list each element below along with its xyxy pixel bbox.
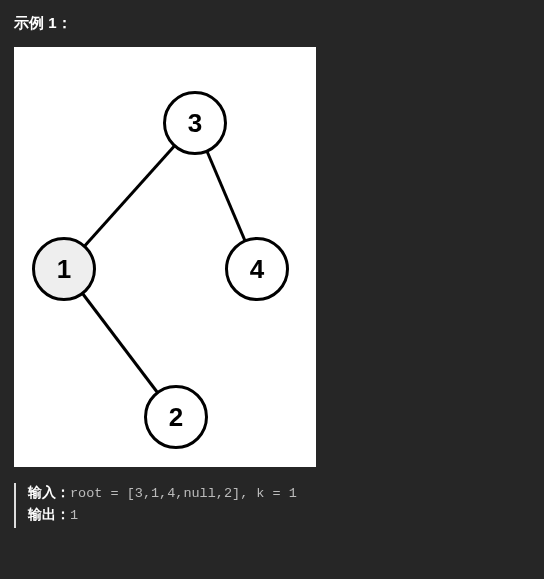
example-heading: 示例 1： <box>14 14 530 33</box>
output-line: 输出：1 <box>28 505 530 527</box>
output-value: 1 <box>70 508 78 523</box>
tree-diagram: 3 1 4 2 <box>14 47 316 467</box>
output-label: 输出： <box>28 508 70 523</box>
tree-node-1: 1 <box>32 237 96 301</box>
input-line: 输入：root = [3,1,4,null,2], k = 1 <box>28 483 530 505</box>
tree-node-3: 3 <box>163 91 227 155</box>
tree-node-2: 2 <box>144 385 208 449</box>
example-io-block: 输入：root = [3,1,4,null,2], k = 1 输出：1 <box>14 483 530 528</box>
input-label: 输入： <box>28 486 70 501</box>
input-value: root = [3,1,4,null,2], k = 1 <box>70 486 297 501</box>
tree-node-4: 4 <box>225 237 289 301</box>
